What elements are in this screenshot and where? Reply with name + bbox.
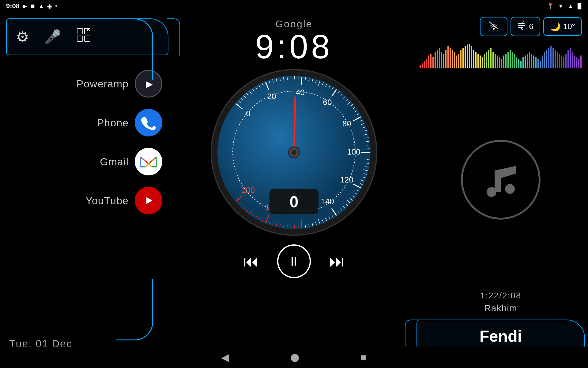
status-right-icons: 📍 ▼ ▲ ▉	[547, 3, 582, 10]
wind-widget[interactable]: 6	[511, 17, 540, 36]
circle-status-icon: ◉	[47, 3, 52, 10]
eq-bar	[570, 48, 571, 68]
main-clock: 9:08	[255, 30, 333, 63]
eq-bar	[557, 52, 558, 68]
status-time: 9:08	[6, 2, 20, 10]
right-status-bar: 6 🌙 10°	[413, 12, 588, 41]
eq-bar	[492, 52, 494, 68]
pause-button[interactable]: ⏸	[277, 244, 311, 278]
eq-bar	[527, 54, 528, 68]
svg-text:140: 140	[321, 197, 334, 206]
battery-icon: ▉	[578, 3, 582, 10]
svg-rect-5	[85, 36, 90, 41]
eq-bar	[529, 52, 530, 68]
eq-bar	[454, 52, 455, 68]
eq-bar	[503, 56, 504, 68]
right-panel: 6 🌙 10° 1:22/2:08 Rakhim Fendi	[413, 12, 588, 359]
grid-icon[interactable]	[77, 28, 92, 46]
stop-status-icon: ⏹	[30, 3, 36, 10]
svg-rect-4	[77, 36, 83, 41]
recents-button[interactable]: ■	[360, 351, 367, 363]
wifi-icon	[488, 21, 499, 32]
eq-bar	[499, 57, 500, 68]
svg-text:100: 100	[347, 147, 360, 156]
svg-text:60: 60	[323, 98, 332, 107]
eq-bar	[578, 59, 579, 68]
eq-bar	[552, 48, 554, 68]
wind-value: 6	[529, 22, 533, 31]
eq-bar	[445, 50, 447, 68]
wifi-widget[interactable]	[480, 17, 507, 36]
svg-line-64	[367, 149, 370, 149]
eq-bar	[565, 54, 567, 68]
eq-bar	[422, 63, 423, 68]
eq-bar	[471, 46, 472, 68]
dot-status-icon: •	[55, 3, 57, 10]
microphone-icon[interactable]: 🎤	[44, 29, 61, 45]
settings-icon[interactable]: ⚙	[16, 28, 29, 45]
eq-bar	[428, 56, 429, 68]
eq-bar	[482, 57, 483, 68]
eq-bar	[550, 46, 552, 68]
eq-bar	[546, 50, 547, 68]
svg-text:20: 20	[267, 92, 276, 101]
svg-line-67	[367, 159, 370, 160]
eq-bar	[432, 57, 434, 68]
eq-bar	[456, 56, 457, 68]
eq-bar	[510, 50, 511, 68]
svg-point-132	[292, 150, 296, 155]
eq-bar	[477, 54, 479, 68]
eq-bar	[488, 50, 489, 68]
track-info: 1:22/2:08 Rakhim	[413, 288, 588, 316]
eq-bar	[486, 52, 487, 68]
media-controls: ⏮ ⏸ ⏭	[243, 244, 345, 278]
gmail-label: Gmail	[100, 156, 129, 168]
temperature-value: 10°	[563, 22, 575, 31]
eq-bar	[574, 56, 575, 68]
nav-bar: ◀ ⬤ ■	[0, 347, 588, 368]
eq-bar	[458, 54, 459, 68]
eq-bar	[520, 61, 522, 68]
phone-label: Phone	[97, 117, 129, 129]
eq-bar	[522, 57, 524, 68]
svg-text:120: 120	[340, 175, 353, 184]
svg-line-63	[367, 145, 370, 145]
eq-bar	[473, 50, 474, 68]
eq-bar	[497, 56, 498, 68]
center-panel: Google 9:08 02040608010012	[129, 12, 459, 359]
eq-bar	[460, 50, 462, 68]
status-left-icons: 9:08 ▶ ⏹ ▲ ◉ •	[6, 2, 57, 10]
svg-line-31	[287, 77, 288, 80]
eq-bar	[559, 54, 560, 68]
moon-icon: 🌙	[550, 21, 561, 32]
prev-button[interactable]: ⏮	[243, 252, 259, 270]
eq-bar	[484, 54, 485, 68]
next-button[interactable]: ⏭	[329, 252, 345, 270]
eq-bar	[501, 59, 502, 68]
eq-bar	[439, 48, 440, 68]
track-title-text: Fendi	[480, 327, 522, 345]
eq-bar	[507, 52, 509, 68]
eq-bar	[525, 56, 526, 68]
eq-bar	[452, 50, 453, 68]
eq-bar	[548, 48, 549, 68]
svg-marker-3	[88, 29, 90, 31]
eq-bar	[540, 61, 541, 68]
svg-rect-0	[77, 29, 83, 34]
home-button[interactable]: ⬤	[290, 353, 299, 362]
eq-bar	[490, 48, 492, 68]
youtube-label: YouTube	[85, 195, 129, 207]
eq-bar	[441, 52, 442, 68]
eq-bar	[516, 57, 517, 68]
signal-icon: ▲	[568, 3, 573, 10]
eq-bar	[495, 54, 496, 68]
back-button[interactable]: ◀	[221, 351, 229, 363]
eq-bar	[567, 50, 569, 68]
eq-bar	[480, 56, 481, 68]
eq-bar	[462, 48, 464, 68]
svg-line-99	[287, 225, 288, 228]
svg-line-34	[298, 76, 298, 79]
weather-widget[interactable]: 🌙 10°	[543, 17, 582, 36]
svg-point-138	[505, 184, 515, 194]
eq-bar	[542, 56, 543, 68]
